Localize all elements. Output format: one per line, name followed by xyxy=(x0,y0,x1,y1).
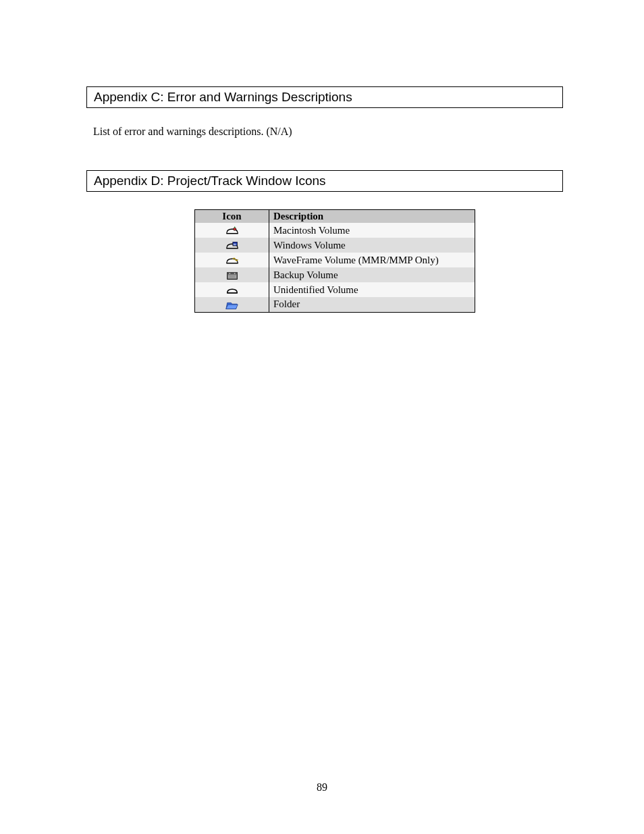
macintosh-volume-icon xyxy=(225,224,240,235)
waveframe-volume-icon xyxy=(225,254,240,265)
svg-point-5 xyxy=(229,273,230,274)
table-row: Folder xyxy=(195,297,475,312)
table-header-icon: Icon xyxy=(195,210,269,224)
table-cell-description: Folder xyxy=(269,297,475,312)
unidentified-volume-icon xyxy=(225,284,240,294)
page-number: 89 xyxy=(0,781,644,793)
appendix-d-heading: Appendix D: Project/Track Window Icons xyxy=(86,170,563,192)
svg-point-6 xyxy=(234,273,235,274)
icons-table: Icon Description xyxy=(194,209,475,313)
appendix-c-heading: Appendix C: Error and Warnings Descripti… xyxy=(86,86,563,108)
table-cell-description: Windows Volume xyxy=(269,238,475,253)
table-row: WaveFrame Volume (MMR/MMP Only) xyxy=(195,253,475,267)
windows-volume-icon xyxy=(225,239,240,250)
table-row: Macintosh Volume xyxy=(195,223,475,238)
table-row: Backup Volume xyxy=(195,267,475,282)
backup-volume-icon xyxy=(225,269,240,280)
table-row: Windows Volume xyxy=(195,238,475,253)
svg-rect-2 xyxy=(232,242,236,243)
table-header-description: Description xyxy=(269,210,475,224)
appendix-c-body-text: List of error and warnings descriptions.… xyxy=(93,126,563,138)
table-cell-description: WaveFrame Volume (MMR/MMP Only) xyxy=(269,253,475,267)
table-cell-description: Macintosh Volume xyxy=(269,223,475,238)
table-row: Unidentified Volume xyxy=(195,282,475,297)
svg-rect-4 xyxy=(227,272,237,274)
table-cell-description: Backup Volume xyxy=(269,267,475,282)
table-cell-description: Unidentified Volume xyxy=(269,282,475,297)
folder-icon xyxy=(225,298,240,309)
svg-point-0 xyxy=(233,228,236,230)
